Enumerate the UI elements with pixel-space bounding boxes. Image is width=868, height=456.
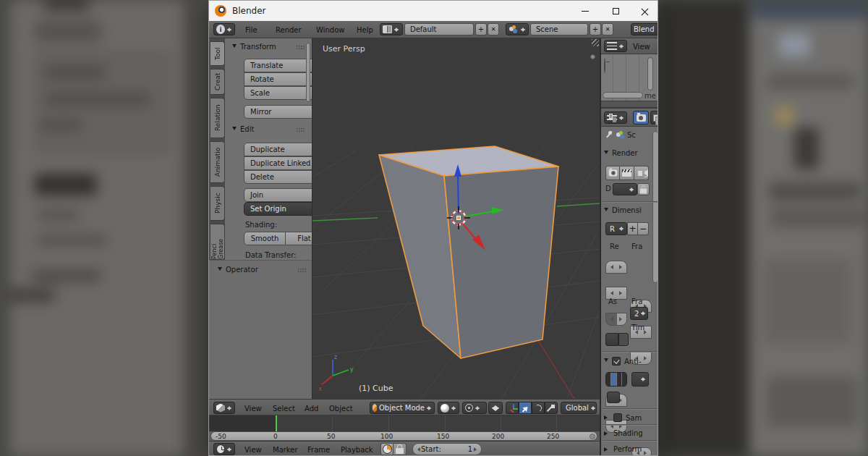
toolshelf-scrollbar[interactable] [306,43,310,102]
translate-button[interactable]: Translate [244,59,312,72]
panel-grip-icon[interactable] [297,268,307,273]
sampled-motion-blur-panel-header[interactable]: Sam [604,413,642,422]
menu-add[interactable]: Add [305,405,318,413]
editor-type-selector-outliner[interactable] [604,40,627,52]
start-frame-field[interactable]: Start: 1 [412,443,482,455]
set-origin-dropdown[interactable]: Set Origin [244,202,312,216]
join-button[interactable]: Join [244,188,312,202]
duplicate-linked-button[interactable]: Duplicate Linked [244,156,312,170]
timeline-ruler[interactable]: -50 0 50 100 150 200 250 [210,431,597,441]
panel-grip-icon[interactable] [296,45,305,50]
manipulator-toggle[interactable] [506,402,519,414]
duplicate-button[interactable]: Duplicate [244,143,312,156]
aa-filter-dropdown[interactable] [631,372,649,387]
sampled-checkbox[interactable] [613,413,622,422]
editor-type-selector-properties[interactable] [604,111,627,124]
performance-panel-header[interactable]: Perform [604,445,642,453]
mirror-button[interactable]: Mirror [244,105,312,119]
close-button[interactable] [630,1,658,21]
aa-samples-segmented-control[interactable] [605,372,627,387]
menu-select[interactable]: Select [273,405,295,413]
menu-view[interactable]: View [244,405,262,413]
resolution-x-field[interactable] [605,261,627,274]
viewport-canvas[interactable]: z y x User Persp (1) Cube [312,38,600,399]
antialiasing-panel-header[interactable]: Anti- [604,357,642,366]
tab-tool[interactable]: Tool [210,41,225,66]
transform-panel-header[interactable]: Transform [232,43,276,51]
editor-type-selector-info[interactable]: i [213,23,235,35]
maximize-button[interactable] [601,1,630,21]
menu-help[interactable]: Help [357,26,373,34]
aa-fullsample-toggle[interactable] [607,392,620,403]
menu-object[interactable]: Object [329,405,353,413]
outliner-content[interactable]: me [601,54,658,101]
tab-create[interactable]: Creat [210,69,225,95]
delete-button[interactable]: Delete [244,170,312,184]
editor-type-selector-3dview[interactable] [213,402,235,414]
mode-dropdown[interactable]: Object Mode [370,402,435,414]
tab-grease-pencil[interactable]: Grease Penci [210,224,225,260]
properties-vscrollbar[interactable] [652,131,658,283]
outliner-vscrollbar[interactable] [647,57,653,90]
playhead-marker[interactable] [276,415,277,431]
add-screen-button[interactable]: + [475,23,487,35]
menu-render[interactable]: Render [276,26,302,34]
minimize-button[interactable] [571,1,600,21]
render-still-button[interactable] [605,166,620,180]
flat-button[interactable]: Flat [286,232,312,245]
menu-window[interactable]: Window [316,26,344,34]
rotate-button[interactable]: Rotate [244,72,312,86]
screen-layout-selector[interactable] [380,23,403,35]
shading-panel-header[interactable]: Shading [604,429,643,437]
scale-manipulator-button[interactable] [545,402,558,414]
pivot-point-dropdown[interactable] [462,402,487,414]
render-audio-button[interactable] [634,166,649,180]
menu-frame[interactable]: Frame [307,446,330,454]
tab-animation[interactable]: Animatio [210,141,225,183]
menu-view-outliner[interactable]: View [633,43,650,51]
delete-screen-button[interactable]: ✕ [488,23,499,35]
display-lock-button[interactable] [637,183,650,195]
menu-playback[interactable]: Playback [341,446,373,454]
resolution-percentage-slider[interactable] [605,313,627,326]
tab-relations[interactable]: Relation [210,98,225,138]
scale-button[interactable]: Scale [244,86,312,100]
orientation-dropdown[interactable]: Global [561,402,597,414]
display-dropdown[interactable] [613,183,637,195]
tab-render-properties[interactable] [633,111,649,124]
menu-view-timeline[interactable]: View [244,446,262,454]
sync-playback-button[interactable] [380,443,393,455]
scene-selector[interactable] [506,23,529,35]
menu-marker[interactable]: Marker [273,446,298,454]
tab-physics[interactable]: Physic [210,186,225,221]
render-engine-selector[interactable]: Blend [631,23,658,35]
render-presets-dropdown[interactable]: R [605,222,627,235]
outliner-hscrollbar[interactable] [603,92,643,98]
time-remap-new-field[interactable] [618,333,629,346]
add-preset-button[interactable]: + [627,222,638,235]
time-remap-old-field[interactable] [605,333,618,346]
scene-name-field[interactable]: Scene [530,23,588,35]
collapse-minus-icon[interactable] [604,58,605,73]
tab-render-layers[interactable] [650,111,658,124]
viewport-shading-dropdown[interactable] [438,402,459,414]
render-panel-header[interactable]: Render [604,149,638,157]
add-scene-button[interactable]: + [590,23,601,35]
operator-panel-header[interactable]: Operator [218,266,258,274]
edit-panel-header[interactable]: Edit [232,125,254,133]
screen-name-field[interactable]: Default [404,23,474,35]
remove-preset-button[interactable]: − [638,222,649,235]
antialiasing-checkbox[interactable] [612,357,621,366]
center-points-toggle[interactable] [488,402,503,414]
lock-button[interactable] [393,443,407,455]
smooth-button[interactable]: Smooth [244,232,286,245]
menu-file[interactable]: File [245,26,258,34]
panel-grip-icon[interactable] [296,127,305,132]
rotate-manipulator-button[interactable] [532,402,545,414]
timeline-track[interactable] [209,415,600,431]
frame-rate-dropdown[interactable]: 2 [630,307,648,320]
editor-divider[interactable] [601,101,658,108]
render-animation-button[interactable] [620,166,634,180]
delete-scene-button[interactable]: ✕ [602,23,613,35]
translate-manipulator-button[interactable] [519,402,532,414]
